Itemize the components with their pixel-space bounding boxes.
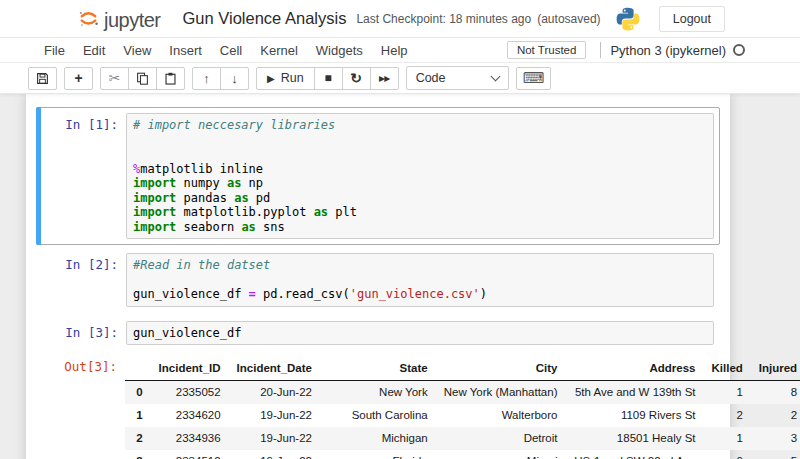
- kernel-name: Python 3 (ipykernel): [610, 43, 726, 58]
- table-row: 2 2334936 19-Jun-22 Michigan Detroit 185…: [125, 427, 800, 450]
- table-cell: 3: [751, 427, 800, 450]
- keyboard-icon: ⌨: [523, 69, 545, 87]
- code-cell-1[interactable]: In [1]: # import neccesary libraries %ma…: [36, 107, 720, 245]
- keyword-token: as: [234, 191, 248, 205]
- menu-kernel[interactable]: Kernel: [251, 40, 307, 61]
- operator-token: =: [249, 287, 256, 301]
- code-line: import seaborn as sns: [133, 220, 707, 235]
- cut-cell-button[interactable]: ✂: [100, 67, 129, 90]
- run-button[interactable]: ▶ Run: [256, 67, 315, 90]
- menubar-right: Not Trusted Python 3 (ipykernel): [507, 41, 745, 59]
- row-index: 1: [125, 404, 151, 427]
- cell-type-dropdown[interactable]: Code: [406, 66, 509, 90]
- interrupt-kernel-button[interactable]: ■: [314, 67, 343, 90]
- comment-token: #Read in the datset: [133, 258, 270, 272]
- play-icon: ▶: [267, 73, 275, 84]
- code-line: gun_violence_df: [133, 326, 707, 341]
- code-line: #Read in the datset: [133, 258, 707, 273]
- table-header-row: Incident_ID Incident_Date State City Add…: [125, 357, 800, 381]
- code-line: import matplotlib.pyplot as plt: [133, 205, 707, 220]
- menu-widgets[interactable]: Widgets: [307, 40, 372, 61]
- plus-icon: +: [74, 70, 82, 86]
- move-cell-up-button[interactable]: ↑: [192, 67, 221, 90]
- paste-cell-button[interactable]: [156, 67, 185, 90]
- table-cell: 2334936: [151, 427, 229, 450]
- arrow-up-icon: ↑: [203, 71, 210, 86]
- restart-run-all-button[interactable]: ▸▸: [370, 67, 399, 90]
- table-cell: 2: [751, 404, 800, 427]
- table-cell: Miami: [436, 450, 566, 459]
- table-cell: 18501 Healy St: [566, 427, 704, 450]
- table-row: 3 2334512 19-Jun-22 Florida Miami US-1 a…: [125, 450, 800, 459]
- fast-forward-icon: ▸▸: [379, 71, 389, 85]
- column-header: Injured: [751, 357, 800, 381]
- toolbar: + ✂ ↑ ↓ ▶ Run: [0, 63, 800, 94]
- code-line: import numpy as np: [133, 176, 707, 191]
- column-header: [125, 357, 151, 381]
- column-header: State: [320, 357, 436, 381]
- save-button[interactable]: [28, 67, 57, 90]
- move-cell-down-button[interactable]: ↓: [220, 67, 249, 90]
- chevron-down-icon: [490, 71, 500, 81]
- code-token: plt: [328, 205, 357, 219]
- menu-view[interactable]: View: [114, 40, 160, 61]
- table-cell: 1109 Rivers St: [566, 404, 704, 427]
- keyword-token: as: [227, 176, 241, 190]
- stop-icon: ■: [325, 71, 332, 85]
- menu-bar: File Edit View Insert Cell Kernel Widget…: [0, 38, 800, 63]
- code-token: sns: [256, 220, 285, 234]
- row-index: 2: [125, 427, 151, 450]
- menu-insert[interactable]: Insert: [160, 40, 211, 61]
- table-cell: 8: [751, 381, 800, 405]
- table-cell: Florida: [320, 450, 436, 459]
- table-cell: 19-Jun-22: [229, 427, 320, 450]
- code-input-area[interactable]: #Read in the datset gun_violence_df = pd…: [126, 253, 714, 307]
- logout-button[interactable]: Logout: [659, 6, 725, 32]
- table-cell: 0: [704, 450, 751, 459]
- table-cell: 2335052: [151, 381, 229, 405]
- save-icon: [36, 72, 49, 85]
- trust-badge[interactable]: Not Trusted: [507, 41, 586, 59]
- table-cell: 20-Jun-22: [229, 381, 320, 405]
- table-cell: 5th Ave and W 139th St: [566, 381, 704, 405]
- restart-kernel-button[interactable]: ↻: [342, 67, 371, 90]
- python-logo-icon: [615, 6, 641, 32]
- keyword-token: import: [133, 205, 176, 219]
- string-token: 'gun_violence.csv': [350, 287, 480, 301]
- menu-cell[interactable]: Cell: [211, 40, 251, 61]
- code-token: gun_violence_df: [133, 326, 241, 340]
- menu-edit[interactable]: Edit: [74, 40, 114, 61]
- menu-help[interactable]: Help: [372, 40, 417, 61]
- input-prompt: In [1]:: [42, 113, 126, 239]
- jupyter-notebook-app: jupyter Gun Violence Analysis Last Check…: [0, 0, 800, 459]
- output-dataframe: Incident_ID Incident_Date State City Add…: [125, 357, 800, 459]
- keyword-token: as: [241, 220, 255, 234]
- table-cell: 2334512: [151, 450, 229, 459]
- code-input-area[interactable]: # import neccesary libraries %matplotlib…: [126, 113, 714, 239]
- table-cell: 1: [704, 427, 751, 450]
- notebook-container: In [1]: # import neccesary libraries %ma…: [26, 94, 730, 459]
- code-input-area[interactable]: gun_violence_df: [126, 321, 714, 346]
- menu-file[interactable]: File: [35, 40, 74, 61]
- arrow-down-icon: ↓: [231, 71, 238, 86]
- row-index: 0: [125, 381, 151, 405]
- column-header: Incident_ID: [151, 357, 229, 381]
- code-line: [133, 273, 707, 288]
- code-cell-3: In [3]: gun_violence_df Out[3]:: [26, 315, 730, 459]
- code-cell-2[interactable]: In [2]: #Read in the datset gun_violence…: [36, 247, 720, 313]
- table-cell: Detroit: [436, 427, 566, 450]
- cell-type-value: Code: [416, 71, 446, 85]
- code-line: gun_violence_df = pd.read_csv('gun_viole…: [133, 287, 707, 302]
- command-palette-button[interactable]: ⌨: [516, 67, 552, 90]
- jupyter-logo[interactable]: jupyter: [77, 7, 161, 30]
- code-line: [133, 147, 707, 162]
- add-cell-button[interactable]: +: [64, 67, 93, 90]
- code-line: %matplotlib inline: [133, 162, 707, 177]
- notebook-title[interactable]: Gun Violence Analysis: [183, 9, 347, 28]
- code-cell-3-input[interactable]: In [3]: gun_violence_df: [36, 315, 720, 352]
- autosave-status: (autosaved): [537, 12, 600, 26]
- copy-cell-button[interactable]: [128, 67, 157, 90]
- table-cell: 1: [704, 381, 751, 405]
- table-cell: US-1 and SW 22nd Ave: [566, 450, 704, 459]
- paste-icon: [164, 72, 177, 85]
